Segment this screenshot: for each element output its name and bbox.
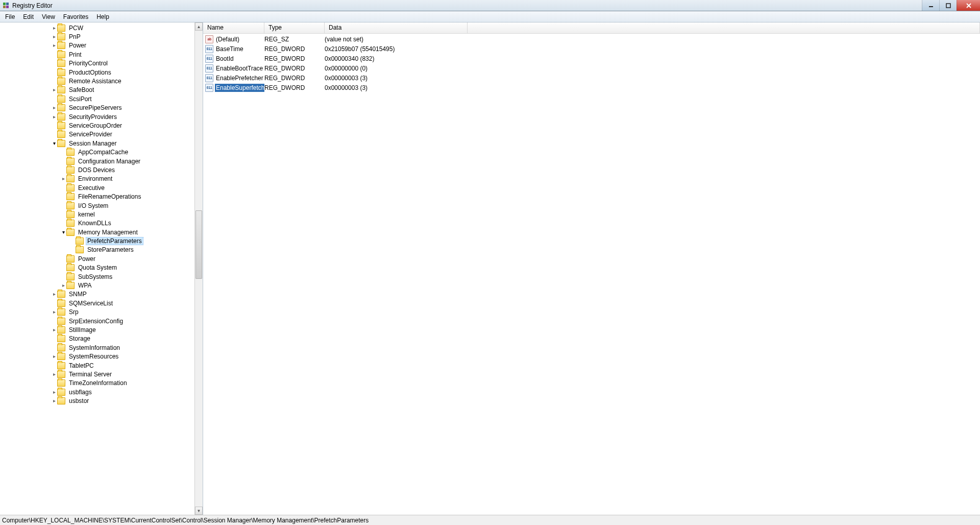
tree-node[interactable]: Power [0,254,194,263]
tree-node[interactable]: Storage [0,335,194,343]
tree-node[interactable]: ▸PnP [0,32,194,41]
tree-scrollbar[interactable]: ▲ ▼ [194,22,203,515]
expand-icon[interactable]: ▸ [51,390,57,395]
tree-node[interactable]: kernel [0,210,194,219]
tree-node[interactable]: ▸SafeBoot [0,86,194,94]
collapse-icon[interactable]: ▾ [51,141,57,146]
tree-node[interactable]: SystemInformation [0,343,194,352]
folder-icon [57,113,65,121]
tree-node[interactable]: Remote Assistance [0,77,194,85]
tree-node[interactable]: ProductOptions [0,68,194,77]
tree-node[interactable]: ServiceGroupOrder [0,121,194,130]
value-row[interactable]: 011EnablePrefetcherREG_DWORD0x00000003 (… [203,73,980,83]
tree-node[interactable]: Executive [0,183,194,192]
menu-help[interactable]: Help [92,12,113,21]
tree-node[interactable]: ▸Environment [0,175,194,183]
tree-node[interactable]: TimeZoneInformation [0,379,194,388]
tree-node[interactable]: Configuration Manager [0,157,194,165]
expand-icon[interactable]: ▸ [60,283,66,288]
tree-node[interactable]: I/O System [0,201,194,210]
registry-tree[interactable]: ▸PCW▸PnP▸PowerPrintPriorityControlProduc… [0,22,194,405]
tree-node[interactable]: SubSystems [0,272,194,281]
tree-node[interactable]: ScsiPort [0,94,194,103]
expand-icon[interactable]: ▸ [51,398,57,403]
tree-node[interactable]: DOS Devices [0,165,194,174]
expand-icon[interactable]: ▸ [51,87,57,92]
tree-node[interactable]: ServiceProvider [0,130,194,139]
tree-node[interactable]: TabletPC [0,361,194,370]
value-row[interactable]: 011EnableSuperfetchREG_DWORD0x00000003 (… [203,83,980,92]
svg-rect-1 [6,3,9,5]
tree-node-label: Environment [77,175,114,183]
close-button[interactable] [957,0,980,11]
tree-node[interactable]: ▸Srp [0,308,194,317]
tree-node[interactable]: Quota System [0,264,194,272]
menu-favorites[interactable]: Favorites [59,12,92,21]
tree-node[interactable]: ▸Power [0,41,194,50]
folder-icon [57,318,65,325]
tree-node[interactable]: KnownDLLs [0,219,194,228]
tree-node[interactable]: ▸SNMP [0,290,194,299]
maximize-button[interactable] [939,0,957,11]
column-header-type[interactable]: Type [264,22,325,33]
folder-icon [66,158,75,165]
tree-node[interactable]: AppCompatCache [0,148,194,156]
menu-file[interactable]: File [1,12,19,21]
tree-node[interactable]: ▸SystemResources [0,352,194,361]
expand-icon[interactable]: ▸ [51,43,57,48]
expand-icon[interactable]: ▸ [51,34,57,39]
tree-node[interactable]: ▸StillImage [0,325,194,334]
tree-node[interactable]: ▸usbstor [0,396,194,405]
column-headers: Name Type Data [203,22,980,34]
tree-node-label: DOS Devices [77,166,116,174]
column-header-name[interactable]: Name [203,22,264,33]
tree-node[interactable]: SQMServiceList [0,299,194,307]
values-list[interactable]: ab(Default)REG_SZ(value not set)011BaseT… [203,34,980,515]
expand-icon[interactable]: ▸ [51,26,57,31]
tree-node[interactable]: PriorityControl [0,59,194,68]
tree-node[interactable]: ▸SecurityProviders [0,112,194,121]
expand-icon[interactable]: ▸ [60,176,66,181]
tree-node[interactable]: Print [0,50,194,59]
tree-node[interactable]: StoreParameters [0,246,194,254]
tree-node[interactable]: ▾Session Manager [0,139,194,148]
tree-node[interactable]: ▸PCW [0,23,194,32]
string-value-icon: ab [205,35,213,43]
menu-view[interactable]: View [38,12,59,21]
tree-node-label: SubSystems [77,273,114,281]
tree-node[interactable]: ▸usbflags [0,388,194,396]
minimize-button[interactable] [922,0,939,11]
expand-icon[interactable]: ▸ [51,105,57,110]
expand-icon[interactable]: ▸ [51,372,57,377]
binary-value-icon: 011 [205,84,213,92]
tree-node-label: SystemResources [67,352,120,361]
column-header-data[interactable]: Data [325,22,468,33]
folder-icon [57,104,65,111]
expand-icon[interactable]: ▸ [51,309,57,315]
scroll-up-button[interactable]: ▲ [195,22,203,31]
expand-icon[interactable]: ▸ [51,292,57,297]
value-row[interactable]: 011BaseTimeREG_DWORD0x21059b07 (55401549… [203,44,980,54]
tree-node[interactable]: PrefetchParameters [0,236,194,245]
tree-node[interactable]: FileRenameOperations [0,192,194,201]
value-row[interactable]: ab(Default)REG_SZ(value not set) [203,34,980,44]
value-row[interactable]: 011BootIdREG_DWORD0x00000340 (832) [203,54,980,63]
expand-icon[interactable]: ▸ [51,114,57,120]
value-row[interactable]: 011EnableBootTraceREG_DWORD0x00000000 (0… [203,63,980,73]
folder-icon [57,308,65,316]
tree-node[interactable]: ▸WPA [0,281,194,290]
expand-icon[interactable]: ▸ [51,327,57,332]
folder-icon [57,25,65,32]
expand-icon[interactable]: ▸ [51,354,57,359]
tree-node[interactable]: ▸SecurePipeServers [0,104,194,112]
tree-node[interactable]: SrpExtensionConfig [0,317,194,325]
binary-value-icon: 011 [205,74,213,82]
tree-node[interactable]: ▾Memory Management [0,228,194,236]
menu-edit[interactable]: Edit [19,12,38,21]
folder-icon [57,353,65,360]
tree-node[interactable]: ▸Terminal Server [0,370,194,378]
collapse-icon[interactable]: ▾ [60,230,66,235]
scroll-thumb[interactable] [195,210,202,279]
scroll-down-button[interactable]: ▼ [195,507,203,515]
tree-node-label: ProductOptions [67,68,113,77]
